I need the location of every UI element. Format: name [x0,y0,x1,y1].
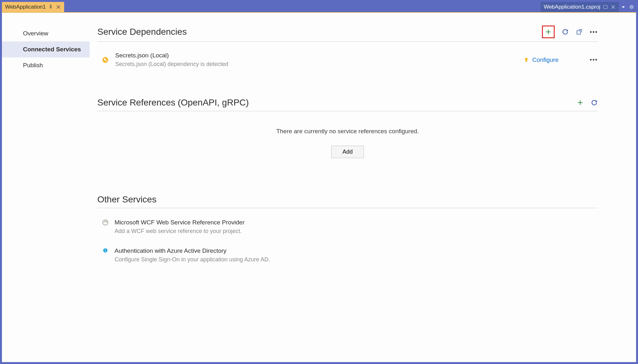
svg-rect-2 [577,31,581,34]
sidebar-item-label: Publish [23,62,43,69]
lightbulb-icon [523,57,529,63]
service-title: Authentication with Azure Active Directo… [115,247,270,254]
more-icon[interactable]: ••• [590,56,598,63]
section-title: Other Services [97,194,156,205]
sidebar-item-label: Overview [23,30,48,37]
svg-point-6 [103,220,108,225]
sidebar: Overview Connected Services Publish [2,13,90,362]
section-title: Service Dependencies [97,27,187,37]
service-row-wcf[interactable]: Microsoft WCF Web Service Reference Prov… [97,217,598,237]
chevron-down-icon[interactable] [621,4,626,10]
add-button[interactable]: Add [331,146,364,158]
section-title: Service References (OpenAPI, gRPC) [97,98,249,108]
tab-label: WebApplication1 [5,4,46,10]
azure-ad-icon [102,247,109,254]
svg-point-1 [631,6,633,8]
service-description: Configure Single Sign-On in your applica… [115,256,270,263]
link-icon [102,219,109,226]
sidebar-item-overview[interactable]: Overview [2,25,90,41]
preview-icon[interactable] [603,4,608,10]
svg-rect-5 [525,61,527,62]
tab-label: WebApplication1.csproj [544,4,600,10]
refresh-icon[interactable] [562,28,569,35]
dependency-title: Secrets.json (Local) [115,52,517,59]
section-service-references: Service References (OpenAPI, gRPC) There… [97,98,598,166]
tab-csproj[interactable]: WebApplication1.csproj [541,2,619,12]
close-icon[interactable] [56,4,61,10]
more-icon[interactable]: ••• [590,29,598,35]
add-icon[interactable] [545,28,552,35]
refresh-icon[interactable] [591,99,598,106]
section-other-services: Other Services Microsoft WCF Web Service… [97,194,598,265]
configure-link[interactable]: Configure [532,56,559,63]
popout-icon[interactable] [576,28,583,35]
pin-icon[interactable] [48,4,53,10]
empty-message: There are currently no service reference… [97,128,598,135]
highlight-add-dependency [542,25,555,38]
dependency-description: Secrets.json (Local) dependency is detec… [115,61,517,68]
tab-strip: WebApplication1 WebApplication1.csproj [2,2,636,12]
gear-icon[interactable] [629,4,634,10]
svg-rect-0 [604,5,607,9]
service-description: Add a WCF web service reference to your … [115,228,244,235]
tab-webapplication1[interactable]: WebApplication1 [2,2,64,12]
add-icon[interactable] [577,99,584,106]
close-icon[interactable] [611,4,616,10]
service-row-aad[interactable]: Authentication with Azure Active Directo… [97,245,598,265]
sidebar-item-publish[interactable]: Publish [2,57,90,73]
service-title: Microsoft WCF Web Service Reference Prov… [115,219,244,226]
section-service-dependencies: Service Dependencies • [97,25,598,69]
dependency-row: Secrets.json (Local) Secrets.json (Local… [97,51,598,69]
sidebar-item-connected-services[interactable]: Connected Services [2,41,90,57]
key-icon [102,56,109,63]
sidebar-item-label: Connected Services [23,46,81,53]
